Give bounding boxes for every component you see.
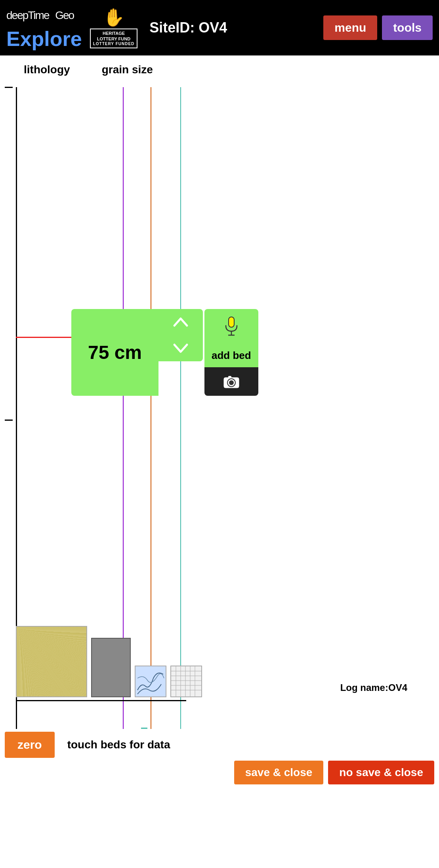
camera-button[interactable] <box>204 367 258 396</box>
touch-beds-instruction: touch beds for data <box>67 738 170 751</box>
footer-top-row: zero touch beds for data <box>0 729 439 761</box>
microphone-icon <box>223 316 239 337</box>
app-header: deepTime Geo Explore ✋ heritagelottery f… <box>0 0 439 55</box>
chevron-up-icon <box>173 316 189 328</box>
log-name: Log name:OV4 <box>340 682 407 693</box>
hlf-text: heritagelottery fund <box>93 31 135 41</box>
log-name-label: Log name: <box>340 682 388 693</box>
no-save-close-button[interactable]: no save & close <box>328 761 434 784</box>
svg-rect-0 <box>229 317 234 327</box>
depth-controls <box>158 309 203 396</box>
footer: zero touch beds for data save & close no… <box>0 729 439 808</box>
microphone-button[interactable] <box>204 309 258 344</box>
sandy-bed-sample[interactable] <box>16 626 87 697</box>
camera-icon <box>223 374 240 389</box>
grid-icon <box>171 666 201 696</box>
depth-display: 75 cm <box>71 309 158 396</box>
column-labels: lithology grain size <box>0 63 198 76</box>
hlf-logo: ✋ heritagelottery fund LOTTERY FUNDED <box>90 7 138 48</box>
svg-point-5 <box>229 380 234 385</box>
hlf-funded-text: LOTTERY FUNDED <box>93 42 135 46</box>
zero-button[interactable]: zero <box>5 732 55 758</box>
site-id-label: SiteID: OV4 <box>149 19 227 36</box>
svg-rect-7 <box>136 666 166 696</box>
grid-sample[interactable] <box>170 666 202 697</box>
grain-size-label: grain size <box>102 63 153 76</box>
chart-area: lithology grain size 2m 1m 0 75 cm <box>0 55 439 808</box>
add-bed-button[interactable]: add bed <box>204 344 258 367</box>
chevron-down-icon <box>173 342 189 354</box>
depth-up-button[interactable] <box>158 309 203 335</box>
bed-samples <box>16 626 202 697</box>
menu-button[interactable]: menu <box>323 15 377 40</box>
logo-explore: Explore <box>6 29 82 49</box>
tick-1m-line <box>5 420 13 421</box>
footer-bottom-row: save & close no save & close <box>0 761 439 788</box>
lithology-label: lithology <box>24 63 70 76</box>
log-name-value: OV4 <box>388 682 407 693</box>
app-logo: deepTime Geo Explore <box>6 6 82 49</box>
tick-2m-line <box>5 87 13 88</box>
logo-deeptime: deepTime <box>6 9 49 21</box>
save-close-button[interactable]: save & close <box>234 761 324 784</box>
tools-button[interactable]: tools <box>382 15 433 40</box>
gray-bed-sample[interactable] <box>91 638 131 697</box>
sketch-sample[interactable] <box>135 666 166 697</box>
add-bed-area: add bed <box>204 309 258 396</box>
depth-widget: 75 cm ad <box>71 309 258 396</box>
depth-down-button[interactable] <box>158 335 203 361</box>
hlf-badge: heritagelottery fund LOTTERY FUNDED <box>90 29 138 48</box>
hlf-hand-icon: ✋ <box>103 7 125 28</box>
sketch-icon <box>136 666 166 696</box>
header-buttons: menu tools <box>323 15 433 40</box>
bottom-axis-line <box>16 700 186 701</box>
svg-rect-6 <box>228 376 231 378</box>
svg-rect-8 <box>171 666 201 696</box>
